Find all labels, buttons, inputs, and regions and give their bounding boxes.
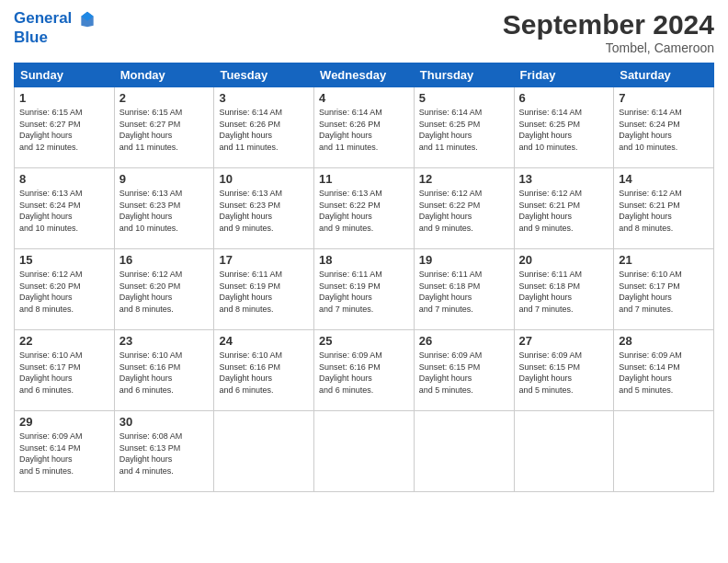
day-info: Sunrise: 6:10 AMSunset: 6:16 PMDaylight … [119,350,183,395]
calendar-table: Sunday Monday Tuesday Wednesday Thursday… [14,63,714,492]
day-info: Sunrise: 6:12 AMSunset: 6:22 PMDaylight … [419,189,483,233]
day-cell-8: 8 Sunrise: 6:13 AMSunset: 6:24 PMDayligh… [15,168,115,249]
day-number: 13 [519,172,609,186]
logo-icon [78,10,97,29]
day-info: Sunrise: 6:14 AMSunset: 6:24 PMDaylight … [619,108,682,152]
day-info: Sunrise: 6:13 AMSunset: 6:24 PMDaylight … [19,189,83,233]
day-cell-18: 18 Sunrise: 6:11 AMSunset: 6:19 PMDaylig… [314,249,415,330]
day-number: 23 [119,334,210,348]
day-number: 25 [319,334,409,348]
day-info: Sunrise: 6:11 AMSunset: 6:19 PMDaylight … [219,270,282,314]
day-cell-26: 26 Sunrise: 6:09 AMSunset: 6:15 PMDaylig… [414,330,514,411]
day-cell-19: 19 Sunrise: 6:11 AMSunset: 6:18 PMDaylig… [414,249,514,330]
day-cell-7: 7 Sunrise: 6:14 AMSunset: 6:24 PMDayligh… [614,87,714,168]
day-info: Sunrise: 6:14 AMSunset: 6:26 PMDaylight … [219,108,282,152]
day-number: 1 [19,91,109,105]
day-number: 9 [119,172,210,186]
day-number: 17 [219,253,309,267]
day-number: 30 [119,415,210,429]
empty-cell [614,411,714,492]
day-cell-24: 24 Sunrise: 6:10 AMSunset: 6:16 PMDaylig… [214,330,314,411]
empty-cell [414,411,514,492]
day-info: Sunrise: 6:14 AMSunset: 6:25 PMDaylight … [519,108,583,152]
day-cell-28: 28 Sunrise: 6:09 AMSunset: 6:14 PMDaylig… [614,330,714,411]
day-number: 22 [19,334,109,348]
day-number: 24 [219,334,309,348]
day-cell-1: 1 Sunrise: 6:15 AMSunset: 6:27 PMDayligh… [15,87,115,168]
day-number: 12 [419,172,509,186]
day-cell-17: 17 Sunrise: 6:11 AMSunset: 6:19 PMDaylig… [214,249,314,330]
day-cell-5: 5 Sunrise: 6:14 AMSunset: 6:25 PMDayligh… [414,87,514,168]
day-info: Sunrise: 6:13 AMSunset: 6:22 PMDaylight … [319,189,382,233]
empty-cell [514,411,614,492]
day-cell-2: 2 Sunrise: 6:15 AMSunset: 6:27 PMDayligh… [114,87,214,168]
day-info: Sunrise: 6:12 AMSunset: 6:21 PMDaylight … [619,189,682,233]
location: Tombel, Cameroon [503,40,714,55]
day-cell-23: 23 Sunrise: 6:10 AMSunset: 6:16 PMDaylig… [114,330,214,411]
month-title: September 2024 [503,9,714,40]
day-number: 11 [319,172,409,186]
day-cell-13: 13 Sunrise: 6:12 AMSunset: 6:21 PMDaylig… [514,168,614,249]
day-info: Sunrise: 6:14 AMSunset: 6:26 PMDaylight … [319,108,382,152]
day-info: Sunrise: 6:15 AMSunset: 6:27 PMDaylight … [119,108,183,152]
day-info: Sunrise: 6:13 AMSunset: 6:23 PMDaylight … [119,189,183,233]
calendar-week-2: 8 Sunrise: 6:13 AMSunset: 6:24 PMDayligh… [15,168,714,249]
header-sunday: Sunday [15,63,115,87]
day-info: Sunrise: 6:10 AMSunset: 6:17 PMDaylight … [619,270,682,314]
day-cell-9: 9 Sunrise: 6:13 AMSunset: 6:23 PMDayligh… [114,168,214,249]
day-info: Sunrise: 6:09 AMSunset: 6:16 PMDaylight … [319,350,382,395]
title-block: September 2024 Tombel, Cameroon [503,9,714,55]
header-wednesday: Wednesday [314,63,415,87]
calendar-week-3: 15 Sunrise: 6:12 AMSunset: 6:20 PMDaylig… [15,249,714,330]
day-info: Sunrise: 6:08 AMSunset: 6:13 PMDaylight … [119,431,183,476]
day-info: Sunrise: 6:12 AMSunset: 6:21 PMDaylight … [519,189,583,233]
empty-cell [314,411,415,492]
day-number: 26 [419,334,509,348]
day-cell-20: 20 Sunrise: 6:11 AMSunset: 6:18 PMDaylig… [514,249,614,330]
day-info: Sunrise: 6:15 AMSunset: 6:27 PMDaylight … [19,108,83,152]
day-cell-16: 16 Sunrise: 6:12 AMSunset: 6:20 PMDaylig… [114,249,214,330]
logo-line2: Blue [14,29,97,47]
day-info: Sunrise: 6:11 AMSunset: 6:18 PMDaylight … [519,270,583,314]
day-info: Sunrise: 6:12 AMSunset: 6:20 PMDaylight … [119,270,183,314]
day-number: 19 [419,253,509,267]
day-cell-3: 3 Sunrise: 6:14 AMSunset: 6:26 PMDayligh… [214,87,314,168]
day-cell-29: 29 Sunrise: 6:09 AMSunset: 6:14 PMDaylig… [15,411,115,492]
day-cell-10: 10 Sunrise: 6:13 AMSunset: 6:23 PMDaylig… [214,168,314,249]
header-friday: Friday [514,63,614,87]
empty-cell [214,411,314,492]
day-cell-22: 22 Sunrise: 6:10 AMSunset: 6:17 PMDaylig… [15,330,115,411]
day-number: 3 [219,91,309,105]
day-info: Sunrise: 6:09 AMSunset: 6:14 PMDaylight … [19,431,83,476]
day-info: Sunrise: 6:09 AMSunset: 6:15 PMDaylight … [419,350,483,395]
day-info: Sunrise: 6:09 AMSunset: 6:15 PMDaylight … [519,350,583,395]
day-info: Sunrise: 6:10 AMSunset: 6:16 PMDaylight … [219,350,282,395]
day-cell-4: 4 Sunrise: 6:14 AMSunset: 6:26 PMDayligh… [314,87,415,168]
day-info: Sunrise: 6:12 AMSunset: 6:20 PMDaylight … [19,270,83,314]
calendar-week-5: 29 Sunrise: 6:09 AMSunset: 6:14 PMDaylig… [15,411,714,492]
header-saturday: Saturday [614,63,714,87]
day-cell-27: 27 Sunrise: 6:09 AMSunset: 6:15 PMDaylig… [514,330,614,411]
day-info: Sunrise: 6:11 AMSunset: 6:18 PMDaylight … [419,270,483,314]
day-number: 4 [319,91,409,105]
header-monday: Monday [114,63,214,87]
day-info: Sunrise: 6:10 AMSunset: 6:17 PMDaylight … [19,350,83,395]
day-number: 6 [519,91,609,105]
day-number: 29 [19,415,109,429]
day-number: 15 [19,253,109,267]
calendar-week-4: 22 Sunrise: 6:10 AMSunset: 6:17 PMDaylig… [15,330,714,411]
day-cell-15: 15 Sunrise: 6:12 AMSunset: 6:20 PMDaylig… [15,249,115,330]
day-number: 27 [519,334,609,348]
day-number: 8 [19,172,109,186]
day-cell-25: 25 Sunrise: 6:09 AMSunset: 6:16 PMDaylig… [314,330,415,411]
day-number: 20 [519,253,609,267]
day-info: Sunrise: 6:11 AMSunset: 6:19 PMDaylight … [319,270,382,314]
day-number: 2 [119,91,210,105]
day-number: 16 [119,253,210,267]
day-cell-30: 30 Sunrise: 6:08 AMSunset: 6:13 PMDaylig… [114,411,214,492]
day-number: 18 [319,253,409,267]
day-number: 5 [419,91,509,105]
day-cell-6: 6 Sunrise: 6:14 AMSunset: 6:25 PMDayligh… [514,87,614,168]
day-info: Sunrise: 6:13 AMSunset: 6:23 PMDaylight … [219,189,282,233]
day-cell-14: 14 Sunrise: 6:12 AMSunset: 6:21 PMDaylig… [614,168,714,249]
